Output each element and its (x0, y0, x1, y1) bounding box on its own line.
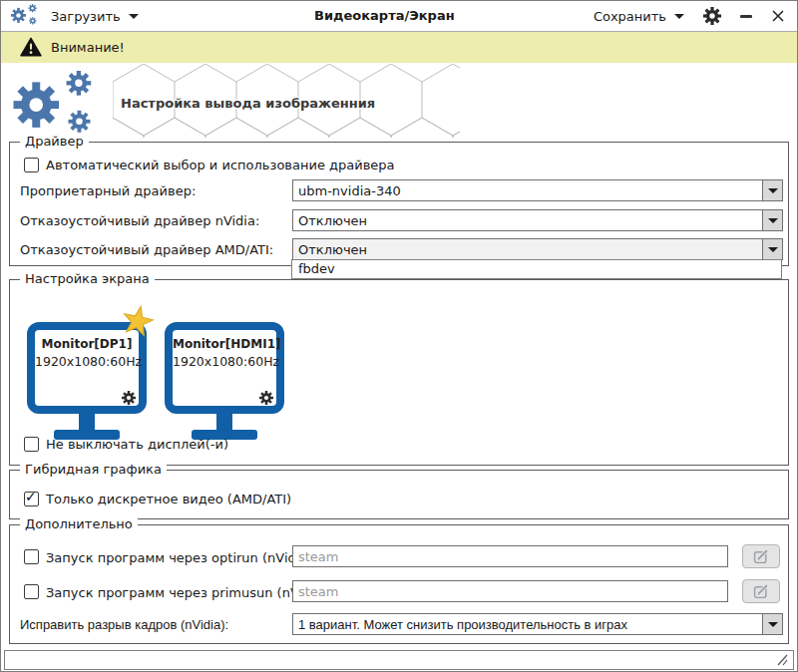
dropdown-option-fbdev[interactable]: fbdev (292, 260, 781, 278)
gear-icon[interactable] (259, 391, 273, 405)
edit-pencil-icon (753, 548, 769, 564)
gear-icon[interactable] (122, 391, 136, 405)
warning-triangle-icon (20, 37, 42, 58)
chevron-down-icon[interactable] (762, 614, 782, 634)
chevron-down-icon[interactable] (762, 180, 782, 200)
monitor-mode: 1920x1080:60Hz (35, 354, 139, 369)
chevron-down-icon[interactable] (762, 210, 782, 230)
close-button[interactable] (771, 9, 785, 23)
tearing-fix-value: 1 вариант. Может снизить производительно… (293, 617, 762, 632)
proprietary-driver-combobox[interactable]: ubm-nvidia-340 (292, 179, 783, 201)
monitor-stand (216, 414, 232, 430)
driver-group-legend: Драйвер (20, 134, 89, 150)
primusun-input[interactable] (292, 580, 728, 602)
optirun-checkbox[interactable]: ✓ (24, 549, 39, 564)
warning-bar: Внимание! (1, 32, 797, 63)
app-gears-icon (11, 4, 41, 28)
optirun-label[interactable]: Запуск программ через optirun (nVidia): (46, 550, 317, 565)
primusun-checkbox[interactable]: ✓ (24, 584, 39, 599)
proprietary-driver-label: Проприетарный драйвер: (20, 183, 196, 198)
hybrid-group-legend: Гибридная графика (20, 462, 167, 478)
primusun-label[interactable]: Запуск программ через primusun (nVidia): (46, 585, 331, 600)
primusun-edit-button[interactable] (742, 579, 780, 603)
auto-driver-label[interactable]: Автоматический выбор и использование дра… (46, 158, 395, 172)
page-title: Видеокарта/Экран (314, 8, 455, 23)
settings-button[interactable] (703, 7, 721, 25)
optirun-input[interactable] (292, 545, 728, 567)
monitor-name: Monitor[DP1] (35, 337, 139, 351)
monitor-dp1[interactable]: Monitor[DP1] 1920x1080:60Hz (27, 322, 147, 440)
resize-grip-icon[interactable] (775, 654, 789, 667)
failsafe-amd-combobox[interactable]: Отключен (292, 238, 783, 260)
chevron-down-icon (129, 14, 139, 19)
star-icon (121, 305, 155, 338)
failsafe-nvidia-combobox[interactable]: Отключен (292, 209, 783, 231)
extra-group: Дополнительно ✓ Запуск программ через op… (9, 524, 789, 644)
screen-group-legend: Настройка экрана (20, 271, 155, 287)
save-menu-label: Сохранить (594, 9, 666, 24)
failsafe-nvidia-label: Отказоустойчивый драйвер nVidia: (20, 213, 259, 228)
minimize-button[interactable] (740, 15, 752, 18)
save-menu-button[interactable]: Сохранить (594, 9, 684, 24)
monitor-screen: Monitor[HDMI1] 1920x1080:60Hz (165, 322, 284, 414)
driver-group: Драйвер ✓ Автоматический выбор и использ… (9, 142, 789, 266)
failsafe-nvidia-value: Отключен (293, 213, 762, 228)
chevron-down-icon (674, 14, 684, 19)
load-menu-button[interactable]: Загрузить (51, 9, 139, 24)
discrete-only-checkbox[interactable]: ✓ (24, 492, 39, 506)
screen-group: Настройка экрана Monitor[DP1] 1920x1080:… (9, 279, 789, 466)
status-bar (4, 650, 794, 670)
gear-icon (703, 7, 721, 25)
banner: Настройка вывода изображенния (1, 63, 797, 139)
proprietary-driver-value: ubm-nvidia-340 (293, 183, 762, 198)
auto-driver-checkbox[interactable]: ✓ (24, 158, 39, 172)
optirun-edit-button[interactable] (742, 544, 780, 568)
titlebar: Загрузить Видеокарта/Экран Сохранить (1, 1, 797, 32)
failsafe-amd-dropdown-list: fbdev (291, 259, 782, 279)
gears-icon (13, 71, 105, 143)
hybrid-group: Гибридная графика ✓ Только дискретное ви… (9, 470, 789, 519)
chevron-down-icon[interactable] (762, 239, 782, 259)
tearing-fix-combobox[interactable]: 1 вариант. Может снизить производительно… (292, 613, 783, 635)
tearing-fix-label: Исправить разрыв кадров (nVidia): (20, 617, 228, 632)
extra-group-legend: Дополнительно (20, 516, 138, 532)
keep-display-on-checkbox[interactable]: ✓ (24, 437, 39, 452)
load-menu-label: Загрузить (51, 9, 121, 24)
failsafe-amd-label: Отказоустойчивый драйвер AMD/ATI: (20, 242, 273, 257)
keep-display-on-label[interactable]: Не выключать дисплей(-и) (46, 437, 228, 452)
monitor-mode: 1920x1080:60Hz (173, 354, 276, 369)
monitor-stand (79, 414, 95, 430)
discrete-only-label[interactable]: Только дискретное видео (AMD/ATI) (46, 492, 291, 506)
close-icon (771, 9, 785, 23)
warning-text: Внимание! (51, 40, 125, 55)
monitor-name: Monitor[HDMI1] (173, 337, 276, 351)
failsafe-amd-value: Отключен (293, 242, 762, 257)
app-window: Загрузить Видеокарта/Экран Сохранить (0, 0, 798, 672)
monitor-hdmi1[interactable]: Monitor[HDMI1] 1920x1080:60Hz (165, 322, 284, 440)
edit-pencil-icon (753, 583, 769, 599)
banner-heading: Настройка вывода изображенния (121, 96, 375, 111)
